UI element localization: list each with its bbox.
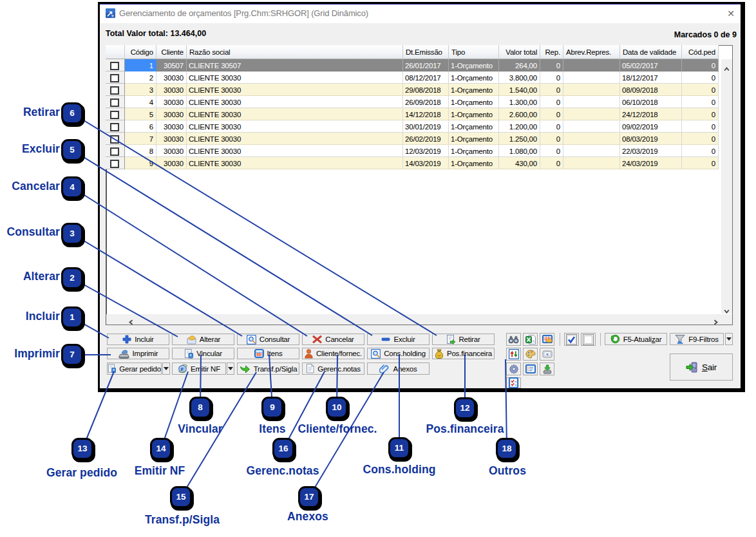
svg-text:e: e [181, 366, 184, 372]
